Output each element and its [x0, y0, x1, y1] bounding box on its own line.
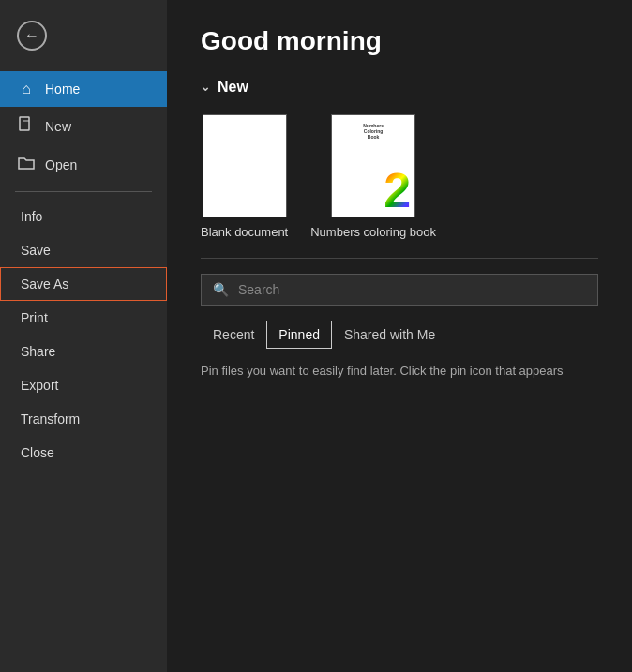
templates-row: Blank document NumbersColoringBook 2 Num…: [167, 103, 632, 258]
search-icon: 🔍: [213, 282, 229, 297]
home-icon: ⌂: [17, 81, 36, 97]
sidebar-item-print[interactable]: Print: [0, 301, 167, 335]
chevron-down-icon: ⌄: [201, 81, 210, 94]
sidebar-item-home[interactable]: ⌂ Home: [0, 71, 167, 107]
svg-rect-0: [20, 117, 29, 130]
sidebar-open-label: Open: [45, 157, 77, 172]
main-header: Good morning: [167, 0, 632, 71]
coloring-book-thumb: NumbersColoringBook 2: [331, 114, 415, 217]
sidebar-new-label: New: [45, 119, 71, 134]
sidebar-item-export[interactable]: Export: [0, 368, 167, 402]
tab-pinned[interactable]: Pinned: [266, 321, 332, 349]
tab-recent[interactable]: Recent: [201, 321, 266, 349]
sidebar-item-open[interactable]: Open: [0, 146, 167, 184]
back-button[interactable]: ←: [0, 0, 167, 71]
page-title: Good morning: [201, 26, 598, 56]
blank-document-template[interactable]: Blank document: [201, 114, 288, 239]
sidebar-home-label: Home: [45, 82, 80, 97]
sidebar-item-save[interactable]: Save: [0, 233, 167, 267]
sidebar-divider: [15, 191, 152, 192]
search-placeholder-text: Search: [238, 282, 279, 297]
main-content: Good morning ⌄ New Blank document Number…: [167, 0, 632, 672]
coloring-book-title: NumbersColoringBook: [336, 123, 411, 140]
new-doc-icon: [17, 116, 36, 137]
tab-shared[interactable]: Shared with Me: [332, 321, 447, 349]
sidebar-item-save-as[interactable]: Save As: [0, 267, 167, 301]
tabs-row: Recent Pinned Shared with Me: [167, 321, 632, 349]
coloring-book-template[interactable]: NumbersColoringBook 2 Numbers coloring b…: [310, 114, 436, 239]
sidebar-item-transform[interactable]: Transform: [0, 402, 167, 436]
open-icon: [17, 156, 36, 174]
coloring-book-label: Numbers coloring book: [310, 225, 436, 239]
back-circle-icon: ←: [17, 21, 47, 51]
coloring-book-number: 2: [384, 166, 411, 215]
new-section-header: ⌄ New: [167, 71, 632, 103]
sidebar-item-close[interactable]: Close: [0, 436, 167, 470]
sidebar: ← ⌂ Home New Open Info Save Save As Prin…: [0, 0, 167, 672]
section-divider: [201, 258, 598, 259]
sidebar-item-new[interactable]: New: [0, 107, 167, 146]
pinned-description: Pin files you want to easily find later.…: [167, 360, 632, 381]
blank-document-label: Blank document: [201, 225, 288, 239]
new-section-label: New: [218, 79, 248, 96]
coloring-book-content: NumbersColoringBook 2: [332, 115, 414, 217]
sidebar-item-share[interactable]: Share: [0, 335, 167, 368]
blank-document-thumb: [203, 114, 287, 217]
search-bar[interactable]: 🔍 Search: [201, 274, 598, 306]
sidebar-item-info[interactable]: Info: [0, 200, 167, 233]
